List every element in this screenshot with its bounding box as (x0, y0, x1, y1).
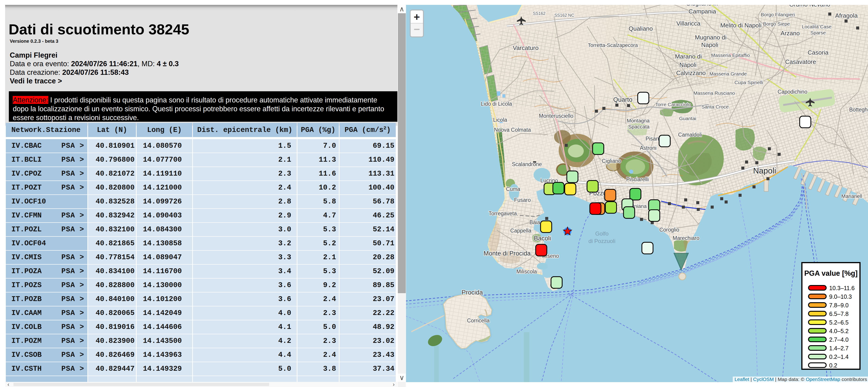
svg-text:Arzano: Arzano (781, 30, 800, 37)
svg-text:Casoria: Casoria (808, 49, 829, 56)
svg-text:Masseria Grande: Masseria Grande (709, 71, 747, 76)
svg-text:Pisciarelli: Pisciarelli (626, 176, 649, 182)
svg-text:Napoli: Napoli (679, 61, 696, 68)
svg-text:Torregaveta: Torregaveta (489, 211, 517, 217)
svg-text:Mugnano di: Mugnano di (695, 34, 726, 41)
svg-text:Qualiano: Qualiano (629, 25, 653, 32)
svg-text:Borgo Siepe: Borgo Siepe (763, 21, 790, 27)
svg-text:Lido di Licola: Lido di Licola (481, 101, 512, 107)
svg-text:Grumo Nevano: Grumo Nevano (789, 5, 830, 8)
svg-text:Bacoli: Bacoli (534, 235, 551, 242)
svg-text:Campania: Campania (689, 8, 716, 15)
svg-text:Masseria Epitaffio: Masseria Epitaffio (711, 53, 750, 58)
svg-text:Spaccata: Spaccata (628, 124, 650, 130)
svg-text:Torre Caracciolo: Torre Caracciolo (655, 102, 691, 107)
svg-text:Calvizzano: Calvizzano (676, 69, 706, 76)
svg-text:Napoli: Napoli (701, 41, 718, 48)
svg-text:Borgo Filangieri: Borgo Filangieri (761, 12, 795, 17)
svg-text:Capodichino: Capodichino (778, 89, 807, 95)
svg-text:SS162: SS162 (533, 11, 546, 16)
svg-text:Afragola: Afragola (835, 12, 858, 19)
svg-text:Licola: Licola (493, 117, 507, 123)
svg-text:Baia: Baia (529, 219, 540, 225)
svg-text:Marano di: Marano di (675, 53, 702, 60)
svg-text:Procida: Procida (462, 289, 483, 296)
svg-text:Cappella: Cappella (510, 228, 531, 234)
svg-text:Camaldoli: Camaldoli (678, 132, 702, 138)
svg-text:Marechiaro: Marechiaro (673, 235, 699, 241)
svg-text:Guantai: Guantai (679, 116, 696, 121)
svg-text:Varcaturo: Varcaturo (513, 44, 539, 51)
svg-text:Cupa Spinelli: Cupa Spinelli (734, 80, 763, 85)
svg-text:Botteghe: Botteghe (849, 107, 868, 112)
svg-text:Miliscola: Miliscola (516, 268, 537, 275)
svg-text:Casavatore: Casavatore (785, 58, 816, 65)
svg-text:Melito di Napoli: Melito di Napoli (720, 22, 762, 29)
svg-text:Montagna: Montagna (627, 118, 650, 124)
svg-text:di Pozzuoli: di Pozzuoli (588, 238, 615, 244)
svg-text:Corricella: Corricella (467, 318, 489, 324)
svg-text:Napoli: Napoli (753, 166, 776, 175)
svg-text:Astroni: Astroni (640, 145, 656, 151)
svg-text:Cigliano: Cigliano (602, 158, 621, 164)
svg-text:Scalandrone: Scalandrone (512, 161, 542, 167)
svg-text:Torretta-Scalzapecora: Torretta-Scalzapecora (588, 42, 638, 48)
svg-text:Coroglio: Coroglio (659, 227, 679, 233)
svg-text:Località Case: Località Case (802, 24, 831, 29)
svg-text:Nuova Colmata: Nuova Colmata (494, 127, 531, 133)
svg-text:Giugliano in: Giugliano in (686, 5, 718, 7)
svg-text:Pisani: Pisani (646, 136, 660, 142)
svg-text:Santa Croce: Santa Croce (702, 104, 729, 109)
svg-text:Cuma: Cuma (506, 186, 520, 192)
svg-text:Marianell: Marianell (841, 193, 862, 199)
svg-text:Masseria Rusciano: Masseria Rusciano (693, 90, 735, 96)
svg-text:Villaricca: Villaricca (676, 20, 701, 27)
svg-text:Sparse: Sparse (810, 30, 826, 35)
svg-text:Monterusciello: Monterusciello (539, 113, 573, 119)
svg-text:Golfo: Golfo (595, 230, 609, 237)
svg-text:Quarto: Quarto (613, 96, 632, 103)
svg-text:Monte di Procida: Monte di Procida (484, 250, 531, 257)
svg-text:Fusaro: Fusaro (514, 197, 531, 203)
svg-text:SS162 NC: SS162 NC (554, 13, 574, 18)
